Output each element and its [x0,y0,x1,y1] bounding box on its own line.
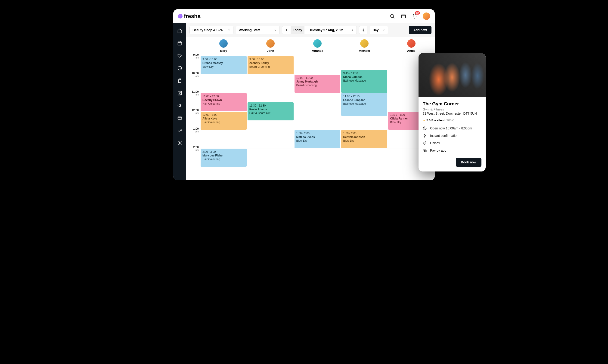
event-client: Mary Lee Fisher [202,154,245,157]
add-new-button[interactable]: Add new [409,26,431,34]
gender-icon [423,141,427,145]
event-time: 11:00 - 12:15 [343,94,386,98]
event-service: Blow Dry [296,139,339,143]
clock-icon [423,126,427,130]
feature-confirm-text: Instant confirmation [430,134,458,138]
location-label: Beauty Shop & SPA [193,28,223,32]
calendar-event[interactable]: 12:00 - 1:00Alicia KeysHair Colouring [201,112,247,130]
location-dropdown[interactable]: Beauty Shop & SPA [190,26,234,34]
event-service: Balinese Massage [343,79,386,82]
gear-icon [361,28,365,32]
calendar-icon[interactable] [177,41,182,47]
venue-image [418,53,486,97]
view-dropdown[interactable]: Day [370,26,388,34]
event-time: 10:00 - 11:00 [296,76,339,80]
feature-pay: Pay by app [423,148,482,153]
time-label: 11:00am [192,90,199,96]
mobile-card: The Gym Corner Gym & Fitness 71 West Str… [418,53,486,171]
venue-category: Gym & Fitness [423,107,482,111]
user-avatar[interactable] [423,13,430,20]
notification-badge: 12 [415,11,420,14]
home-icon[interactable] [177,28,182,34]
calendar-event[interactable]: 11:00 - 12:15Leanne SimpsonBalinese Mass… [341,93,387,116]
event-client: Diana Campos [343,75,386,79]
staff-filter-dropdown[interactable]: Working Staff [236,26,280,34]
prev-day-button[interactable] [282,26,290,34]
grid-body[interactable]: 9:00 - 10:00Brenda MasseyBlow Dry9:00 - … [200,54,435,180]
rating-score: 5.0 Excellent [426,118,445,122]
smile-icon[interactable] [177,66,182,72]
staff-avatar [360,39,369,48]
staff-header[interactable]: Miranda [294,39,341,52]
staff-avatar [219,39,228,48]
time-label: 10:00am [192,72,199,78]
staff-avatar [313,39,322,48]
event-client: Beverly Brown [202,98,245,102]
analytics-icon[interactable] [177,128,182,134]
staff-header[interactable]: Michael [341,39,388,52]
book-now-button[interactable]: Book now [456,158,482,167]
calendar-event[interactable]: 9:45 - 11:00Diana CamposBalinese Massage [341,70,387,93]
product-icon[interactable] [177,78,182,84]
topbar: fresha 12 [173,9,435,23]
settings-icon[interactable] [177,141,182,146]
rating-count: (100+) [446,118,454,122]
chevron-down-icon [228,29,230,31]
date-navigator: Today Tuesday 27 Aug, 2022 [282,26,357,34]
staff-header[interactable]: Annie [388,39,435,52]
staff-header[interactable]: John [247,39,294,52]
notifications-icon[interactable]: 12 [412,13,418,19]
sidebar [173,23,186,180]
calendar-event[interactable]: 9:00 - 10:00Zachary KelleyBeard Grooming [248,56,294,74]
star-icon: ★ [423,118,426,122]
calendar-event[interactable]: 11:00 - 12:00Beverly BrownHair Colouring [201,93,247,111]
feature-pay-text: Pay by app [430,149,446,152]
next-day-button[interactable] [348,26,357,34]
event-service: Beard Grooming [296,83,339,87]
tag-icon[interactable] [177,53,182,59]
toolbar: Beauty Shop & SPA Working Staff Today Tu… [186,23,435,37]
contact-icon[interactable] [177,91,182,97]
logo: fresha [178,13,201,19]
svg-point-10 [363,30,364,30]
staff-header[interactable]: Mary [200,39,247,52]
feature-hours: Open now 10:00am - 8:00pm [423,126,482,130]
wallet-icon[interactable] [401,13,406,19]
event-client: Zachary Kelley [249,61,292,65]
event-time: 11:00 - 12:00 [202,94,245,98]
calendar-settings-button[interactable] [359,26,367,34]
calendar-event[interactable]: 1:00 - 2:00Derrick JohnsonBlow Dry [341,130,387,148]
time-label: 1:00pm [193,127,199,133]
time-label: 12:00pm [192,109,199,114]
search-icon[interactable] [389,13,395,19]
feature-confirm: Instant confirmation [423,134,482,138]
event-service: Hair & Beard Cut [249,111,292,115]
today-button[interactable]: Today [290,26,304,34]
staff-column [294,54,341,180]
event-time: 9:00 - 10:00 [202,58,245,61]
top-actions: 12 [389,13,430,20]
calendar-grid: 9:00am10:00am11:00am12:00pm1:00pm2:00pm … [186,54,435,180]
feature-hours-text: Open now 10:00am - 8:00pm [430,126,472,130]
event-client: Matilda Evans [296,135,339,139]
calendar-event[interactable]: 9:00 - 10:00Brenda MasseyBlow Dry [201,56,247,74]
svg-point-0 [390,14,394,18]
calendar-event[interactable]: 10:00 - 11:00Jenny MurtaughBeard Groomin… [294,75,341,93]
calendar-event[interactable]: 11:30 - 12:30Kevin AdamsHair & Beard Cut [248,102,294,120]
venue-details: The Gym Corner Gym & Fitness 71 West Str… [418,97,486,171]
svg-line-1 [394,17,395,18]
calendar-event[interactable]: 1:00 - 2:00Matilda EvansBlow Dry [294,130,341,148]
brand-name: fresha [184,13,201,19]
calendar-event[interactable]: 2:00 - 3:00Mary Lee FisherHair Colouring [201,149,247,167]
venue-title: The Gym Corner [423,101,482,106]
app-window: fresha 12 [173,9,435,180]
event-service: Hair Colouring [202,102,245,106]
megaphone-icon[interactable] [177,103,182,109]
event-client: Derrick Johnson [343,135,386,139]
event-client: Alicia Keys [202,117,245,120]
time-label: 2:00pm [193,146,199,151]
staff-name: John [267,49,274,52]
card-icon[interactable] [177,116,182,122]
staff-avatar [266,39,275,48]
current-date[interactable]: Tuesday 27 Aug, 2022 [304,26,348,34]
